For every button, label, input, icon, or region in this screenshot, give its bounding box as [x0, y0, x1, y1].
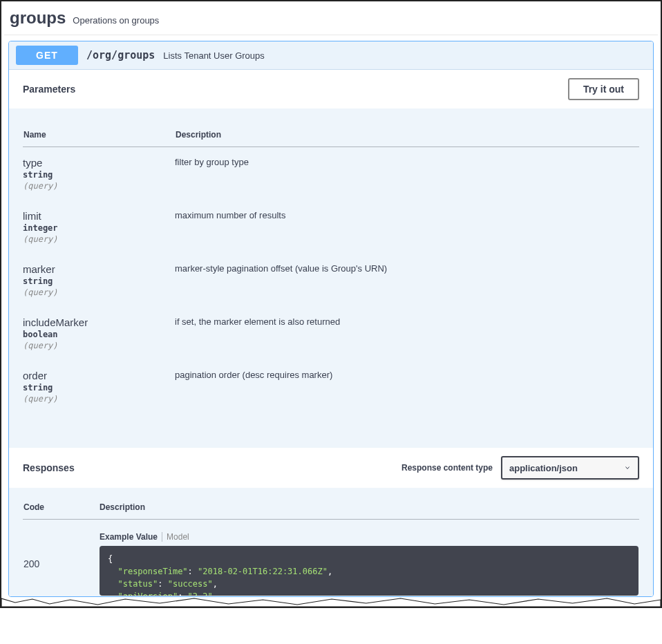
response-row: 200Example ValueModel{ "responseTime": "…: [23, 520, 639, 597]
param-name: limit: [23, 210, 175, 222]
param-type: integer: [23, 223, 175, 233]
param-description: marker-style pagination offset (value is…: [175, 263, 639, 274]
tag-name: groups: [10, 8, 66, 28]
param-name: order: [23, 370, 175, 381]
operation-summary-row[interactable]: GET /org/groups Lists Tenant User Groups: [9, 41, 653, 69]
parameters-heading: Parameters: [23, 84, 75, 95]
parameter-row: includeMarkerboolean(query)if set, the m…: [23, 307, 639, 360]
try-it-out-button[interactable]: Try it out: [568, 78, 639, 100]
param-in: (query): [23, 341, 175, 350]
tab-model[interactable]: Model: [162, 532, 189, 542]
parameter-row: limitinteger(query)maximum number of res…: [23, 200, 639, 254]
param-col-description: Description: [175, 129, 639, 147]
param-description: if set, the marker element is also retur…: [175, 316, 639, 327]
param-name: marker: [23, 263, 175, 275]
param-col-name: Name: [23, 129, 175, 147]
tab-example-value[interactable]: Example Value: [100, 532, 162, 542]
parameter-row: markerstring(query)marker-style paginati…: [23, 254, 639, 307]
responses-table: Code Description 200Example ValueModel{ …: [23, 502, 639, 596]
chevron-down-icon: [624, 462, 631, 474]
param-type: string: [23, 276, 175, 286]
param-type: string: [23, 170, 175, 180]
param-description: filter by group type: [175, 157, 639, 167]
param-type: string: [23, 383, 175, 392]
param-in: (query): [23, 181, 175, 191]
torn-edge: [1, 597, 661, 607]
parameter-row: orderstring(query)pagination order (desc…: [23, 360, 639, 413]
operation-path: /org/groups: [86, 49, 155, 61]
param-in: (query): [23, 234, 175, 244]
tag-description: Operations on groups: [73, 15, 159, 26]
responses-heading: Responses: [23, 462, 75, 473]
param-name: includeMarker: [23, 316, 175, 328]
parameters-table: Name Description typestring(query)filter…: [23, 129, 639, 413]
operation-summary: Lists Tenant User Groups: [163, 50, 264, 61]
operation-block: GET /org/groups Lists Tenant User Groups…: [8, 41, 654, 597]
param-in: (query): [23, 394, 175, 404]
resp-col-description: Description: [99, 502, 639, 520]
response-content-type-label: Response content type: [401, 463, 493, 473]
http-method-badge: GET: [16, 46, 78, 65]
tag-header[interactable]: groups Operations on groups: [4, 6, 658, 35]
resp-col-code: Code: [23, 502, 99, 520]
parameter-row: typestring(query)filter by group type: [23, 147, 639, 201]
param-description: maximum number of results: [175, 210, 639, 220]
response-code: 200: [23, 520, 99, 597]
param-in: (query): [23, 287, 175, 297]
example-code: { "responseTime": "2018-02-01T16:22:31.0…: [100, 546, 639, 596]
param-type: boolean: [23, 330, 175, 339]
response-content-type-select[interactable]: application/json: [501, 456, 639, 480]
response-content-type-value: application/json: [509, 463, 578, 473]
param-description: pagination order (desc requires marker): [175, 370, 639, 380]
param-name: type: [23, 157, 175, 169]
